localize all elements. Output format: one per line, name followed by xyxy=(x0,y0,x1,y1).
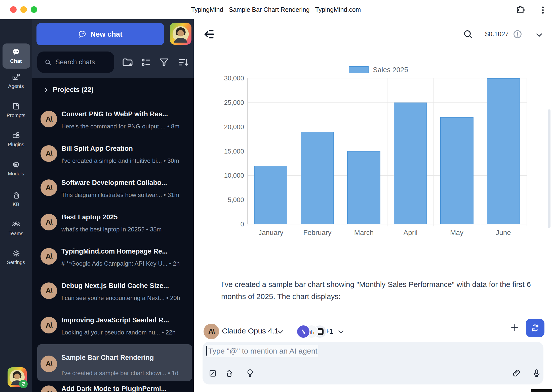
y-tick-label: 5,000 xyxy=(201,196,244,204)
usage-cost-label[interactable]: $0.1027 xyxy=(482,30,512,38)
anthropic-avatar: A\ xyxy=(41,111,57,127)
window-titlebar: TypingMind - Sample Bar Chart Rendering … xyxy=(0,0,552,19)
anthropic-avatar: A\ xyxy=(41,248,57,265)
chat-item-snippet: I've created a sample bar chart showi...… xyxy=(61,370,178,377)
chat-list-item[interactable]: A\Improving JavaScript Seeded R...Lookin… xyxy=(32,308,194,342)
sidebar-item-chat[interactable]: Chat xyxy=(0,47,32,64)
sidebar-label: Settings xyxy=(0,260,32,265)
model-chevron-down-icon[interactable] xyxy=(276,327,285,336)
new-chat-button[interactable]: New chat xyxy=(36,23,164,45)
x-gridline xyxy=(387,78,387,226)
model-selector-label[interactable]: Claude Opus 4.1 xyxy=(222,327,279,335)
anthropic-avatar: A\ xyxy=(41,179,57,196)
chat-item-title: TypingMind.com Homepage Re... xyxy=(61,248,168,255)
search-icon xyxy=(44,59,52,66)
chat-list-item[interactable]: A\Bill Split App CreationI've created a … xyxy=(32,136,194,171)
user-avatar[interactable] xyxy=(170,23,191,45)
add-attachment-plus-icon[interactable] xyxy=(510,323,520,333)
chat-item-title: Software Development Collabo... xyxy=(61,179,167,187)
assistant-message-text: I've created a sample bar chart showing … xyxy=(221,278,541,303)
y-tick-label: 25,000 xyxy=(201,99,244,107)
sort-descending-icon[interactable] xyxy=(177,56,190,69)
regenerate-button[interactable] xyxy=(526,319,544,337)
plugins-chevron-down-icon[interactable] xyxy=(337,327,345,336)
anthropic-avatar: A\ xyxy=(41,214,57,230)
anthropic-avatar: A\ xyxy=(41,317,57,333)
x-gridline xyxy=(294,78,294,226)
x-tick-label: April xyxy=(387,229,434,237)
chat-bubble-icon xyxy=(78,30,87,38)
new-folder-icon[interactable] xyxy=(121,56,134,69)
lightbulb-icon[interactable] xyxy=(246,368,255,377)
pages-template-icon[interactable] xyxy=(224,369,233,378)
x-tick-label: June xyxy=(480,229,527,237)
y-tick-label: 15,000 xyxy=(201,147,244,155)
sidebar-item-agents[interactable]: Agents xyxy=(0,73,32,89)
paperclip-icon[interactable] xyxy=(512,368,521,378)
chat-item-snippet: # **Google Ads Campaign: API Key U... • … xyxy=(61,260,180,267)
sidebar-item-kb[interactable]: KB xyxy=(0,191,32,207)
collapse-sidebar-icon[interactable] xyxy=(203,28,215,40)
chat-list-item[interactable]: A\TypingMind.com Homepage Re...# **Googl… xyxy=(32,239,194,274)
sidebar-item-teams[interactable]: Teams xyxy=(0,220,32,236)
sidebar-label: Models xyxy=(0,171,32,177)
extensions-puzzle-icon[interactable] xyxy=(515,5,526,16)
canvas-edit-icon[interactable] xyxy=(208,369,217,378)
chat-list-item[interactable]: A\Software Development Collabo...This di… xyxy=(32,171,194,205)
gear-icon xyxy=(0,249,32,258)
notebook-icon xyxy=(0,102,32,111)
sidebar-item-plugins[interactable]: Plugins xyxy=(0,131,32,148)
chat-list-item[interactable]: A\Convert PNG to WebP with Res...Here's … xyxy=(32,102,194,136)
bulk-select-list-icon[interactable] xyxy=(140,56,152,69)
text-caret xyxy=(206,346,207,356)
search-conversation-icon[interactable] xyxy=(462,29,474,40)
bar-january xyxy=(254,166,287,224)
blocks-plugin-icon xyxy=(0,131,32,140)
robot-agent-icon xyxy=(0,73,32,82)
chart-legend-swatch[interactable] xyxy=(349,66,369,73)
anthropic-model-avatar[interactable]: A\ xyxy=(204,324,219,339)
chat-list-item[interactable]: A\Add Dark Mode to PluginPermi... xyxy=(32,377,194,392)
x-tick-label: January xyxy=(248,229,294,237)
chat-item-title: Add Dark Mode to PluginPermi... xyxy=(61,385,167,392)
people-icon xyxy=(0,220,32,229)
new-chat-label: New chat xyxy=(90,30,122,38)
window-title: TypingMind - Sample Bar Chart Rendering … xyxy=(0,6,552,13)
x-tick-label: February xyxy=(294,229,341,237)
nav-rail: Chat Agents Prompts xyxy=(0,19,32,392)
window-corner-artifact xyxy=(531,389,552,392)
browser-menu-kebab-icon[interactable] xyxy=(537,5,548,16)
main-scrollbar[interactable] xyxy=(548,109,550,228)
sidebar-item-prompts[interactable]: Prompts xyxy=(0,102,32,118)
search-chats-input[interactable] xyxy=(55,58,108,66)
chart-legend-label[interactable]: Sales 2025 xyxy=(373,66,408,74)
chat-item-title: Best Laptop 2025 xyxy=(61,213,118,221)
sync-status-badge xyxy=(19,380,28,388)
chat-item-snippet: Here's the command for PNG output ... • … xyxy=(61,123,179,130)
x-gridline xyxy=(433,78,434,226)
cost-warning-icon[interactable] xyxy=(513,29,522,39)
y-tick-label: 0 xyxy=(201,220,244,228)
chat-list-item[interactable]: A\Debug Next.js Build Cache Size...I can… xyxy=(32,274,194,308)
filter-funnel-icon[interactable] xyxy=(158,56,170,69)
chat-list-item[interactable]: A\Best Laptop 2025what's the best laptop… xyxy=(32,205,194,239)
search-chats-box[interactable] xyxy=(37,52,114,73)
sidebar-label: Prompts xyxy=(0,113,32,118)
sidebar-label: Chat xyxy=(0,58,32,64)
microphone-icon[interactable] xyxy=(532,368,541,378)
chip-icon xyxy=(0,160,32,169)
plugin-glyph xyxy=(300,328,307,335)
projects-group-header[interactable]: Projects (22) xyxy=(43,86,94,94)
sidebar-item-models[interactable]: Models xyxy=(0,160,32,177)
sidebar-item-settings[interactable]: Settings xyxy=(0,249,32,265)
y-tick-label: 20,000 xyxy=(201,123,244,131)
chat-list-item[interactable]: A\Sample Bar Chart RenderingI've created… xyxy=(32,342,194,377)
chat-item-title: Sample Bar Chart Rendering xyxy=(61,354,154,362)
header-chevron-down-icon[interactable] xyxy=(534,30,544,40)
plugin-icon-connector[interactable] xyxy=(296,325,310,338)
projects-header-label: Projects (22) xyxy=(53,86,94,94)
chat-item-snippet: Looking at your pseudo-random nu... • 22… xyxy=(61,329,176,336)
anthropic-avatar: A\ xyxy=(41,385,57,392)
message-input-placeholder: Type "@" to mention an AI agent xyxy=(208,347,318,355)
anthropic-avatar: A\ xyxy=(41,356,57,372)
